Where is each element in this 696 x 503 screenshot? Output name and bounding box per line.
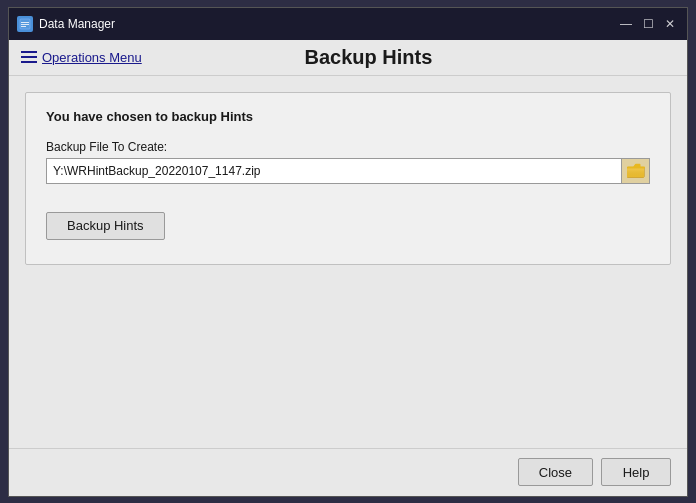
- minimize-button[interactable]: —: [617, 15, 635, 33]
- window-title: Data Manager: [39, 17, 115, 31]
- browse-button[interactable]: [622, 158, 650, 184]
- bottom-bar: Close Help: [9, 448, 687, 496]
- window-controls: — ☐ ✕: [617, 15, 679, 33]
- operations-menu[interactable]: Operations Menu: [21, 50, 142, 65]
- svg-rect-2: [21, 24, 29, 25]
- title-bar-left: Data Manager: [17, 16, 115, 32]
- file-field-group: Backup File To Create:: [46, 140, 650, 184]
- folder-icon: [627, 163, 645, 179]
- maximize-button[interactable]: ☐: [639, 15, 657, 33]
- close-window-button[interactable]: ✕: [661, 15, 679, 33]
- app-icon: [17, 16, 33, 32]
- content-area: You have chosen to backup Hints Backup F…: [9, 76, 687, 448]
- panel-title: You have chosen to backup Hints: [46, 109, 650, 124]
- operations-menu-label: Operations Menu: [42, 50, 142, 65]
- page-title: Backup Hints: [142, 46, 595, 69]
- menu-bar: Operations Menu Backup Hints: [9, 40, 687, 76]
- help-button[interactable]: Help: [601, 458, 671, 486]
- title-bar: Data Manager — ☐ ✕: [9, 8, 687, 40]
- svg-rect-1: [21, 22, 29, 23]
- file-field-label: Backup File To Create:: [46, 140, 650, 154]
- form-panel: You have chosen to backup Hints Backup F…: [25, 92, 671, 265]
- backup-file-input[interactable]: [46, 158, 622, 184]
- backup-hints-button[interactable]: Backup Hints: [46, 212, 165, 240]
- hamburger-icon: [21, 51, 37, 63]
- svg-rect-6: [627, 168, 644, 177]
- main-window: Data Manager — ☐ ✕ Operations Menu Backu…: [8, 7, 688, 497]
- close-button[interactable]: Close: [518, 458, 593, 486]
- file-field-row: [46, 158, 650, 184]
- svg-rect-3: [21, 26, 26, 27]
